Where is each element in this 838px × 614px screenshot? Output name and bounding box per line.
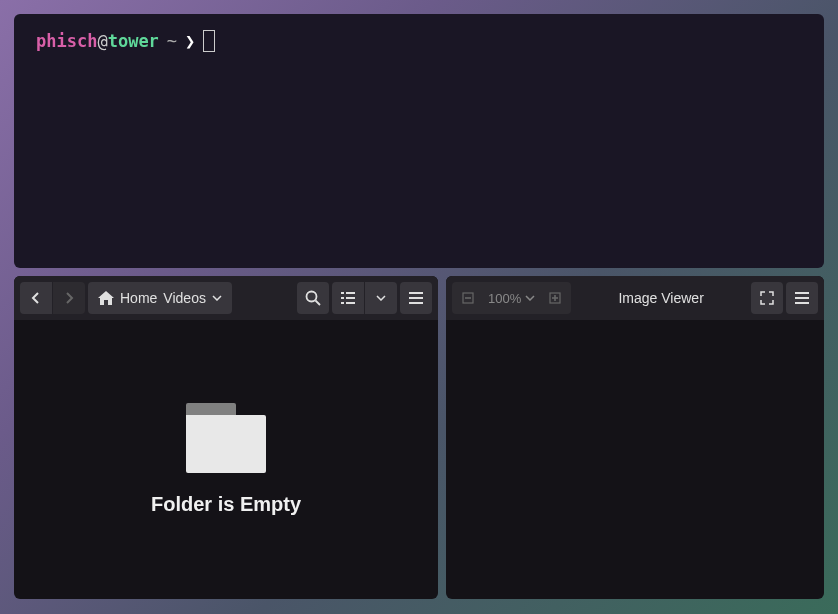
svg-rect-5: [346, 297, 355, 299]
view-options-button[interactable]: [365, 282, 397, 314]
terminal-window[interactable]: phisch @ tower ~ ❯: [14, 14, 824, 268]
zoom-level[interactable]: 100%: [484, 291, 539, 306]
prompt-user: phisch: [36, 31, 97, 51]
svg-rect-6: [341, 302, 344, 304]
chevron-down-icon[interactable]: [212, 295, 222, 301]
file-manager-content: Folder is Empty: [14, 320, 438, 599]
hamburger-menu-button[interactable]: [786, 282, 818, 314]
terminal-cursor[interactable]: [203, 30, 215, 52]
file-manager-window: Home Videos: [14, 276, 438, 599]
file-manager-toolbar: Home Videos: [14, 276, 438, 320]
forward-button[interactable]: [53, 282, 85, 314]
image-viewer-title: Image Viewer: [574, 290, 748, 306]
svg-rect-12: [465, 297, 471, 299]
svg-line-1: [316, 301, 321, 306]
prompt-at: @: [97, 31, 107, 51]
svg-rect-3: [346, 292, 355, 294]
svg-rect-9: [409, 297, 423, 299]
chevron-down-icon: [525, 295, 535, 301]
breadcrumb-folder[interactable]: Videos: [163, 290, 206, 306]
image-viewer-window: 100% Image Viewer: [446, 276, 824, 599]
svg-rect-17: [795, 297, 809, 299]
prompt-symbol: ❯: [185, 31, 195, 51]
svg-rect-18: [795, 302, 809, 304]
hamburger-menu-button[interactable]: [400, 282, 432, 314]
fullscreen-button[interactable]: [751, 282, 783, 314]
svg-rect-7: [346, 302, 355, 304]
view-list-button[interactable]: [332, 282, 364, 314]
zoom-out-button[interactable]: [452, 282, 484, 314]
breadcrumb-home[interactable]: Home: [120, 290, 157, 306]
prompt-path: ~: [167, 31, 177, 51]
svg-rect-15: [554, 295, 556, 301]
svg-rect-2: [341, 292, 344, 294]
breadcrumb[interactable]: Home Videos: [88, 282, 232, 314]
zoom-in-button[interactable]: [539, 282, 571, 314]
svg-rect-8: [409, 292, 423, 294]
image-viewer-toolbar: 100% Image Viewer: [446, 276, 824, 320]
svg-rect-16: [795, 292, 809, 294]
svg-rect-10: [409, 302, 423, 304]
back-button[interactable]: [20, 282, 52, 314]
svg-rect-4: [341, 297, 344, 299]
search-button[interactable]: [297, 282, 329, 314]
home-icon: [98, 291, 114, 305]
empty-folder-message: Folder is Empty: [151, 493, 301, 516]
terminal-prompt: phisch @ tower ~ ❯: [36, 30, 802, 52]
prompt-host: tower: [108, 31, 159, 51]
empty-folder-icon: [186, 403, 266, 473]
svg-point-0: [307, 292, 317, 302]
